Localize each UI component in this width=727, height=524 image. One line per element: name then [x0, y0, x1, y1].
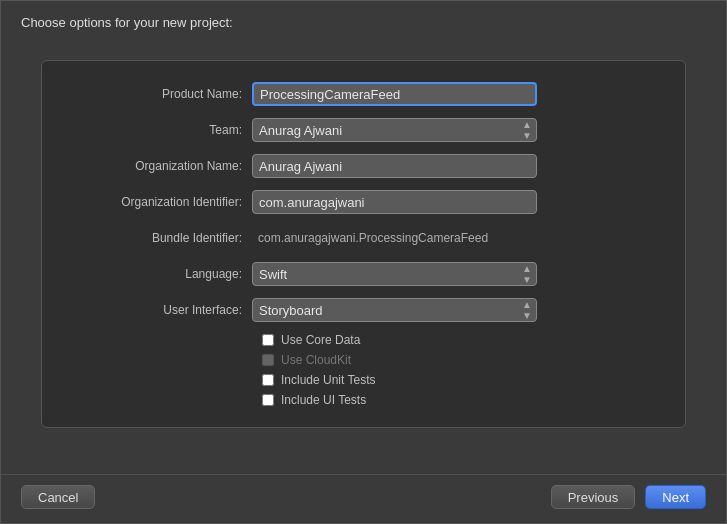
include-ui-tests-label: Include UI Tests [281, 393, 366, 407]
dialog-header: Choose options for your new project: [1, 1, 726, 40]
form-area: Product Name: Team: Anurag Ajwani ▲ ▼ [41, 60, 686, 428]
language-row: Language: Swift ▲ ▼ [72, 261, 655, 287]
previous-button[interactable]: Previous [551, 485, 636, 509]
use-cloudkit-checkbox[interactable] [262, 354, 274, 366]
product-name-row: Product Name: [72, 81, 655, 107]
footer-left: Cancel [21, 485, 95, 509]
dialog-footer: Cancel Previous Next [1, 474, 726, 523]
dialog-container: Choose options for your new project: Pro… [0, 0, 727, 524]
language-select-wrapper: Swift ▲ ▼ [252, 262, 537, 286]
org-name-row: Organization Name: [72, 153, 655, 179]
org-id-row: Organization Identifier: [72, 189, 655, 215]
language-select[interactable]: Swift [252, 262, 537, 286]
dialog-body: Product Name: Team: Anurag Ajwani ▲ ▼ [1, 40, 726, 474]
org-name-label: Organization Name: [72, 159, 252, 173]
bundle-id-label: Bundle Identifier: [72, 231, 252, 245]
product-name-label: Product Name: [72, 87, 252, 101]
use-core-data-row: Use Core Data [262, 333, 655, 347]
bundle-id-value: com.anuragajwani.ProcessingCameraFeed [252, 228, 494, 248]
include-unit-tests-label: Include Unit Tests [281, 373, 376, 387]
use-core-data-checkbox[interactable] [262, 334, 274, 346]
dialog-title: Choose options for your new project: [21, 15, 233, 30]
org-name-input[interactable] [252, 154, 537, 178]
product-name-input[interactable] [252, 82, 537, 106]
team-label: Team: [72, 123, 252, 137]
language-label: Language: [72, 267, 252, 281]
use-cloudkit-row: Use CloudKit [262, 353, 655, 367]
team-row: Team: Anurag Ajwani ▲ ▼ [72, 117, 655, 143]
org-id-input[interactable] [252, 190, 537, 214]
ui-select-wrapper: Storyboard ▲ ▼ [252, 298, 537, 322]
include-ui-tests-checkbox[interactable] [262, 394, 274, 406]
ui-row: User Interface: Storyboard ▲ ▼ [72, 297, 655, 323]
use-cloudkit-label: Use CloudKit [281, 353, 351, 367]
include-unit-tests-row: Include Unit Tests [262, 373, 655, 387]
org-id-label: Organization Identifier: [72, 195, 252, 209]
bundle-id-row: Bundle Identifier: com.anuragajwani.Proc… [72, 225, 655, 251]
team-select-wrapper: Anurag Ajwani ▲ ▼ [252, 118, 537, 142]
footer-right: Previous Next [551, 485, 706, 509]
team-select[interactable]: Anurag Ajwani [252, 118, 537, 142]
checkboxes-area: Use Core Data Use CloudKit Include Unit … [262, 333, 655, 407]
include-ui-tests-row: Include UI Tests [262, 393, 655, 407]
cancel-button[interactable]: Cancel [21, 485, 95, 509]
ui-label: User Interface: [72, 303, 252, 317]
include-unit-tests-checkbox[interactable] [262, 374, 274, 386]
next-button[interactable]: Next [645, 485, 706, 509]
ui-select[interactable]: Storyboard [252, 298, 537, 322]
use-core-data-label: Use Core Data [281, 333, 360, 347]
